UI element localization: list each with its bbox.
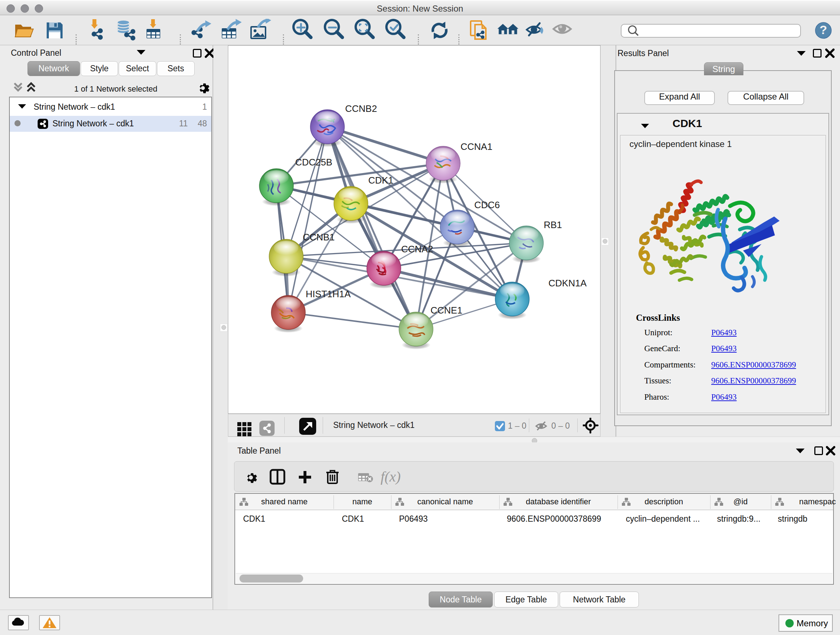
svg-text:CCNA1: CCNA1 — [461, 141, 493, 152]
svg-text:CCNB1: CCNB1 — [303, 232, 335, 242]
svg-text:?: ? — [820, 23, 827, 36]
svg-text:HIST1H1A: HIST1H1A — [306, 288, 351, 299]
svg-text:CDC25B: CDC25B — [295, 157, 332, 168]
svg-text:CDC6: CDC6 — [474, 200, 500, 211]
svg-text:CCNE1: CCNE1 — [431, 305, 462, 316]
svg-text:CDK1: CDK1 — [368, 175, 393, 186]
svg-text:CCNB2: CCNB2 — [345, 103, 377, 114]
svg-text:RB1: RB1 — [544, 219, 562, 230]
svg-text:CCNA2: CCNA2 — [401, 244, 433, 255]
svg-text:CDKN1A: CDKN1A — [548, 278, 587, 288]
